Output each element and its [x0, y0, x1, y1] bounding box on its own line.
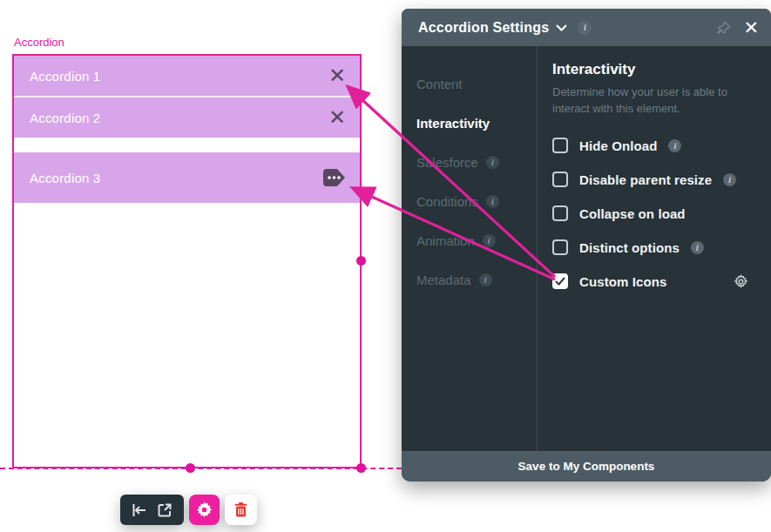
option-label: Disable parent resize	[579, 172, 712, 187]
accordion-item-label: Accordion 2	[30, 111, 100, 125]
element-toolbar	[120, 495, 257, 525]
info-icon: i	[483, 234, 496, 247]
panel-body: Content Interactivity Salesforce i Condi…	[402, 46, 771, 451]
resize-handle-right[interactable]	[356, 256, 366, 266]
pin-icon[interactable]	[717, 21, 731, 35]
option-distinct-options: Distinct options i	[552, 231, 755, 265]
delete-button[interactable]	[225, 495, 257, 525]
accordion-settings-panel: Accordion Settings i ✕ Content Interacti…	[402, 9, 771, 481]
accordion-item-label: Accordion 3	[30, 171, 100, 185]
section-description: Determine how your user is able to inter…	[552, 84, 754, 118]
tab-interactivity[interactable]: Interactivity	[402, 104, 537, 143]
accordion-gap	[14, 138, 360, 152]
option-disable-parent-resize: Disable parent resize i	[552, 163, 755, 197]
tab-label: Content	[416, 77, 463, 91]
panel-sidebar: Content Interactivity Salesforce i Condi…	[402, 46, 538, 451]
tab-animation[interactable]: Animation i	[402, 221, 537, 260]
option-hide-onload: Hide Onload i	[552, 129, 755, 163]
info-icon: i	[723, 173, 736, 186]
close-icon[interactable]: ✕	[328, 107, 346, 128]
panel-title: Accordion Settings	[418, 20, 549, 36]
info-icon[interactable]: i	[578, 21, 592, 35]
option-collapse-on-load: Collapse on load	[552, 197, 755, 231]
custom-dots-tag-icon[interactable]	[323, 169, 346, 186]
info-icon: i	[486, 156, 499, 169]
tab-label: Metadata	[416, 273, 471, 287]
tab-metadata[interactable]: Metadata i	[402, 260, 537, 300]
save-to-components-button[interactable]: Save to My Components	[402, 451, 771, 481]
trash-icon	[234, 502, 247, 517]
option-custom-icons: Custom Icons	[552, 265, 755, 299]
info-icon: i	[668, 139, 681, 152]
checkmark-icon	[555, 277, 565, 286]
gear-icon[interactable]	[734, 274, 748, 289]
panel-content: Interactivity Determine how your user is…	[538, 46, 771, 451]
resize-handle-bottom[interactable]	[186, 463, 195, 473]
accordion-component[interactable]: Accordion 1 ✕ Accordion 2 ✕ Accordion 3	[12, 54, 362, 468]
checkbox-hide-onload[interactable]	[552, 138, 568, 153]
checkbox-distinct-options[interactable]	[552, 239, 568, 255]
settings-button[interactable]	[189, 495, 220, 525]
tab-label: Animation	[416, 233, 475, 248]
accordion-item-2-header[interactable]: Accordion 2 ✕	[14, 96, 360, 138]
info-icon: i	[486, 195, 499, 208]
checkbox-custom-icons[interactable]	[552, 273, 568, 289]
info-icon: i	[691, 241, 704, 254]
tab-content[interactable]: Content	[402, 64, 537, 104]
resize-handle-bottom-right[interactable]	[356, 463, 366, 473]
close-icon[interactable]: ✕	[743, 18, 759, 37]
chevron-down-icon[interactable]	[556, 24, 567, 31]
section-heading: Interactivity	[552, 61, 755, 78]
accordion-item-3-header[interactable]: Accordion 3	[14, 152, 360, 203]
tab-salesforce[interactable]: Salesforce i	[402, 143, 537, 182]
accordion-item-1-header[interactable]: Accordion 1 ✕	[14, 56, 360, 96]
option-label: Distinct options	[579, 240, 680, 255]
checkbox-collapse-on-load[interactable]	[552, 205, 568, 221]
option-label: Collapse on load	[579, 206, 686, 221]
save-label: Save to My Components	[518, 460, 655, 473]
component-label: Accordion	[14, 36, 64, 49]
open-in-new-icon[interactable]	[158, 503, 172, 517]
align-left-icon[interactable]	[132, 504, 147, 516]
tab-label: Conditions	[416, 194, 478, 209]
tab-label: Interactivity	[416, 116, 490, 131]
close-icon[interactable]: ✕	[328, 65, 346, 86]
toolbar-dark-group	[120, 495, 184, 525]
accordion-item-label: Accordion 1	[30, 69, 100, 84]
info-icon: i	[479, 273, 492, 286]
tab-conditions[interactable]: Conditions i	[402, 182, 537, 221]
gear-icon	[196, 502, 213, 518]
option-label: Custom Icons	[579, 274, 666, 289]
tab-label: Salesforce	[416, 155, 478, 170]
panel-header: Accordion Settings i ✕	[402, 9, 771, 46]
option-label: Hide Onload	[579, 138, 657, 153]
checkbox-disable-parent-resize[interactable]	[552, 172, 568, 187]
